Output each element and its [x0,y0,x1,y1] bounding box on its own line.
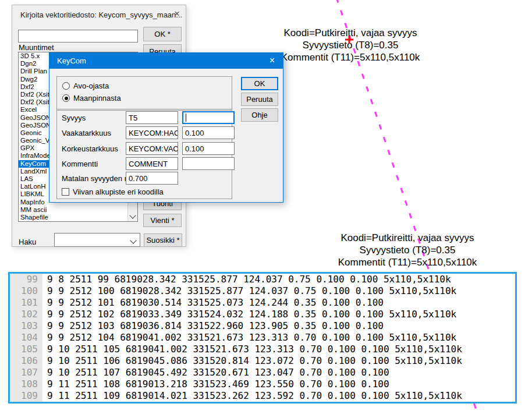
depth-code-input[interactable]: T5 [126,111,178,124]
cancel-button[interactable]: Peruuta [241,93,278,106]
search-combobox[interactable] [54,233,140,247]
close-icon[interactable]: × [174,9,180,19]
vacc-value-input[interactable]: 0.100 [182,142,235,155]
table-row: 107 9 10 2511 107 6819045.492 331520.671… [10,367,515,378]
radio-icon[interactable] [62,82,70,90]
line-number: 103 [10,320,42,332]
line-number: 102 [10,309,42,320]
converter-list-item[interactable]: Shapefile [19,214,128,221]
dialog-title: KeyCom [57,56,86,65]
table-row: 102 9 9 2512 102 6819033.349 331524.032 … [10,309,515,320]
hacc-value-input[interactable]: 0.100 [182,126,235,139]
annotation-line: Kommentit (T11)=5x110,5x110k [269,51,432,63]
hacc-code-input[interactable]: KEYCOM:HACC [126,126,178,139]
ok-button[interactable]: OK * [143,27,182,41]
scroll-down-icon[interactable] [129,212,136,218]
comment-code-input[interactable]: COMMENT [126,157,178,170]
chevron-down-icon[interactable] [130,237,136,243]
converter-list-item[interactable]: MM ascii [19,206,128,214]
text-caret [186,114,186,122]
table-row: 103 9 9 2512 103 6819036.814 331522.960 … [10,320,515,332]
export-button[interactable]: Vienti * [143,214,182,227]
row-text: 9 9 2512 102 6819033.349 331524.032 124.… [42,309,456,320]
map-annotation: Koodi=Putkireitti, vajaa syvyysSyvyystie… [326,232,489,268]
row-text: 9 9 2512 100 6819028.342 331525.877 124.… [42,285,456,297]
line-number: 106 [10,355,42,367]
vacc-label: Korkeustarkkuus [62,144,118,153]
line-number: 99 [10,274,42,285]
comment-label: Kommentti [62,160,98,168]
map-annotation: Koodi=Putkireitti, vajaa syvyysSyvyystie… [269,27,432,63]
annotation-line: Koodi=Putkireitti, vajaa syvyys [326,232,489,244]
hacc-label: Vaakatarkkuus [62,129,111,137]
table-row: 106 9 10 2511 106 6819045.086 331520.814… [10,355,515,367]
line-number: 107 [10,367,42,378]
radio-label: Avo-ojasta [73,82,109,90]
table-row: 99 9 8 2511 99 6819028.342 331525.877 12… [10,274,515,285]
checkbox-label: Viivan alkupiste eri koodilla [73,187,164,196]
line-number: 105 [10,344,42,355]
row-text: 9 9 2512 103 6819036.814 331522.960 123.… [42,320,384,332]
depth-value-input[interactable] [182,111,235,124]
annotation-line: Syvyystieto (T8)=0.35 [326,244,489,256]
line-number: 101 [10,297,42,309]
line-number: 104 [10,332,42,344]
fields-groupbox: Syvyys T5 Vaakatarkkuus KEYCOM:HACC 0.10… [56,109,232,199]
line-number: 108 [10,378,42,390]
checkbox-icon[interactable] [62,188,69,196]
line-number: 100 [10,285,42,297]
help-button[interactable]: Ohje [241,108,278,122]
table-row: 109 9 11 2511 109 6819014.021 331523.262… [10,390,515,402]
table-row: 101 9 9 2512 101 6819030.514 331525.073 … [10,297,515,309]
row-text: 9 11 2511 108 6819013.218 331523.469 123… [42,378,389,390]
ok-button[interactable]: OK [241,77,278,90]
favorite-button[interactable]: Suosikki * [144,233,182,247]
table-row: 105 9 10 2511 105 6819041.002 331521.673… [10,344,515,355]
depth-label: Syvyys [62,114,86,122]
converters-label: Muuntimet [19,43,54,52]
line-start-code-checkbox[interactable]: Viivan alkupiste eri koodilla [62,187,164,196]
radio-maanpinnasta[interactable]: Maanpinnasta [62,93,121,103]
comment-value-input[interactable] [182,157,235,170]
source-groupbox: Avo-ojasta Maanpinnasta [56,76,232,111]
vector-file-preview-table[interactable]: 99 9 8 2511 99 6819028.342 331525.877 12… [8,272,517,404]
row-text: 9 9 2512 101 6819030.514 331525.073 124.… [42,297,384,309]
keycom-settings-dialog: KeyCom × Avo-ojasta Maanpinnasta OK Peru… [49,52,283,203]
row-text: 9 10 2511 105 6819041.002 331521.673 123… [42,344,462,355]
annotation-line: Koodi=Putkireitti, vajaa syvyys [269,27,432,39]
annotation-line: Kommentit (T11)=5x110,5x110k [326,256,489,268]
table-row: 104 9 9 2512 104 6819041.002 331521.673 … [10,332,515,344]
annotation-line: Syvyystieto (T8)=0.35 [269,39,432,51]
table-row: 100 9 9 2512 100 6819028.342 331525.877 … [10,285,515,297]
close-icon[interactable]: × [269,56,275,65]
row-text: 9 11 2511 109 6819014.021 331523.262 123… [42,390,462,402]
dialog-title: Kirjoita vektoritiedosto: Keycom_syvyys_… [20,10,182,19]
keycom-titlebar[interactable]: KeyCom × [49,53,283,69]
filename-input[interactable] [18,30,138,43]
row-text: 9 8 2511 99 6819028.342 331525.877 124.0… [42,274,451,285]
table-row: 108 9 11 2511 108 6819013.218 331523.469… [10,378,515,390]
shallow-depth-input[interactable]: 0.700 [126,172,178,185]
row-text: 9 10 2511 106 6819045.086 331520.814 123… [42,355,462,367]
row-text: 9 10 2511 107 6819045.492 331520.671 123… [42,367,389,378]
search-label: Haku [19,238,36,246]
radio-selected-icon[interactable] [62,94,70,102]
radio-label: Maanpinnasta [73,94,121,102]
vacc-code-input[interactable]: KEYCOM:VACC [126,142,178,155]
line-number: 109 [10,390,42,402]
row-text: 9 9 2512 104 6819041.002 331521.673 123.… [42,332,456,344]
radio-avo-ojasta[interactable]: Avo-ojasta [62,81,109,91]
